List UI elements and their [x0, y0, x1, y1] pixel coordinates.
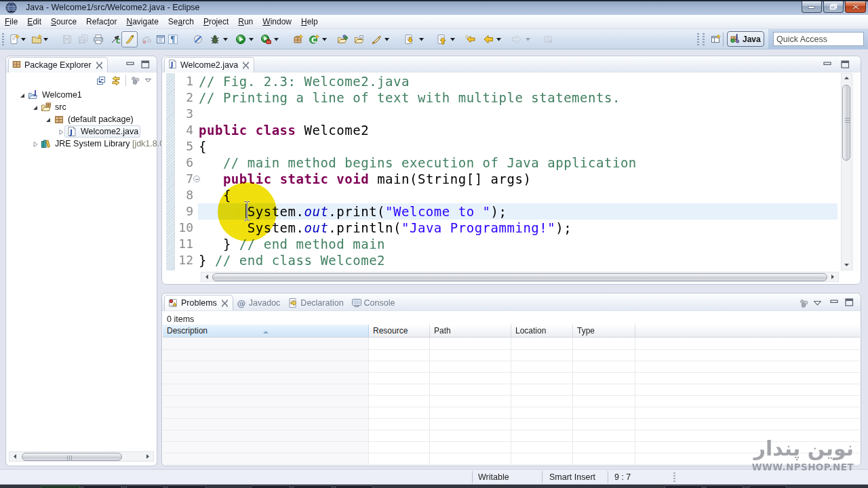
editor-tab-close-icon[interactable] — [242, 62, 250, 69]
hscroll-thumb[interactable] — [22, 453, 122, 461]
column-header-resource[interactable]: Resource — [369, 325, 430, 338]
forward-dropdown-arrow[interactable] — [525, 31, 531, 47]
collapsed-arrow-icon[interactable] — [58, 129, 64, 136]
menu-navigate[interactable]: Navigate — [121, 15, 163, 29]
run-external-dropdown-arrow[interactable] — [273, 31, 279, 47]
last-edit-location-button[interactable] — [401, 31, 416, 47]
hscroll-thumb[interactable] — [212, 273, 827, 281]
new-package-button[interactable] — [290, 31, 305, 47]
view-menu-button[interactable] — [143, 73, 153, 89]
code-line-6[interactable]: // main method begins execution of Java … — [198, 155, 837, 171]
column-header-description[interactable]: Description — [163, 325, 369, 338]
skip-breakpoints-button[interactable] — [191, 31, 205, 47]
menu-search[interactable]: Search — [163, 15, 199, 29]
format-brush-button[interactable] — [369, 31, 384, 47]
tab-problems[interactable]: Problems — [164, 295, 233, 310]
problems-view-menu-dots-icon[interactable] — [799, 298, 808, 306]
tree-item-welcome1[interactable]: JWelcome1 — [6, 89, 155, 101]
run-external-button[interactable] — [258, 31, 273, 47]
menu-run[interactable]: Run — [233, 15, 258, 29]
menu-edit[interactable]: Edit — [22, 15, 46, 29]
code-line-1[interactable]: // Fig. 2.3: Welcome2.java — [198, 73, 837, 89]
window-close-button[interactable] — [845, 1, 866, 13]
tree-item-jre-system-library[interactable]: JRE System Library [jdk1.8.0 — [6, 138, 155, 150]
code-line-9[interactable]: System.out.print("Welcome to "); — [198, 203, 837, 220]
menu-project[interactable]: Project — [199, 15, 233, 29]
last-edit-location-dropdown-arrow[interactable] — [418, 31, 425, 47]
menu-file[interactable]: File — [0, 15, 22, 29]
column-header-location[interactable]: Location — [511, 325, 573, 338]
problems-maximize-button[interactable] — [845, 298, 854, 306]
code-line-7[interactable]: public static void main(String[] args) — [198, 171, 837, 187]
vscroll-thumb[interactable] — [842, 85, 850, 161]
save-button[interactable] — [60, 31, 75, 47]
go-into-button[interactable] — [434, 31, 449, 47]
code-line-3[interactable] — [198, 106, 837, 122]
java-perspective-button[interactable]: J Java — [727, 31, 764, 47]
code-line-8[interactable]: { — [198, 187, 837, 203]
run-button[interactable] — [233, 31, 248, 47]
back-history-button[interactable] — [463, 31, 478, 47]
open-task-button[interactable] — [335, 31, 350, 47]
menu-refactor[interactable]: Refactor — [81, 15, 121, 29]
package-explorer-maximize-button[interactable] — [141, 60, 150, 68]
scroll-right-arrow[interactable] — [142, 452, 153, 461]
package-explorer-hscrollbar[interactable] — [9, 451, 154, 462]
back-dropdown-arrow[interactable] — [496, 31, 502, 47]
code-line-10[interactable]: System.out.println("Java Programming!"); — [198, 220, 837, 236]
tree-item-src[interactable]: src — [6, 101, 155, 113]
scroll-left-arrow[interactable] — [202, 272, 212, 281]
editor-minimize-button[interactable] — [823, 60, 832, 68]
editor-vscrollbar[interactable] — [841, 73, 852, 270]
debug-button[interactable] — [208, 31, 222, 47]
back-button[interactable] — [481, 31, 496, 47]
save-all-button[interactable] — [76, 31, 91, 47]
editor-hscrollbar[interactable] — [201, 272, 839, 282]
package-explorer-minimize-button[interactable] — [126, 60, 135, 68]
go-into-dropdown-arrow[interactable] — [450, 31, 456, 47]
problems-minimize-button[interactable] — [830, 298, 839, 306]
view-menu-dots-icon[interactable] — [128, 73, 143, 89]
pin-editor-button[interactable] — [540, 31, 555, 47]
new-wizard-button[interactable] — [7, 31, 22, 47]
problems-table-body[interactable] — [163, 338, 860, 465]
print-button[interactable] — [91, 31, 106, 47]
open-resource-button[interactable] — [352, 31, 367, 47]
external-tools-disabled-button[interactable] — [139, 31, 154, 47]
package-explorer-tab[interactable]: Package Explorer — [8, 57, 108, 73]
new-java-project-dropdown-arrow[interactable] — [43, 31, 49, 47]
scroll-right-arrow[interactable] — [827, 272, 837, 281]
tab-declaration[interactable]: Declaration — [285, 295, 348, 310]
link-with-editor-button[interactable] — [108, 73, 123, 89]
forward-button[interactable] — [509, 31, 524, 47]
collapsed-arrow-icon[interactable] — [32, 141, 39, 148]
editor-tab-welcome2[interactable]: J Welcome2.java — [164, 57, 254, 73]
column-header-path[interactable]: Path — [430, 325, 511, 338]
tab-console[interactable]: Console — [349, 295, 400, 310]
code-line-2[interactable]: // Printing a line of text with multiple… — [198, 89, 837, 106]
menu-source[interactable]: Source — [46, 15, 81, 29]
code-editor[interactable]: // Fig. 2.3: Welcome2.java// Printing a … — [198, 73, 837, 270]
scroll-left-arrow[interactable] — [10, 452, 20, 461]
new-class-dropdown-arrow[interactable] — [321, 31, 328, 47]
expanded-arrow-icon[interactable] — [19, 92, 26, 99]
new-wizard-dropdown-arrow[interactable] — [20, 31, 26, 47]
menu-window[interactable]: Window — [258, 15, 296, 29]
window-restore-button[interactable] — [823, 1, 844, 13]
collapse-all-button[interactable] — [94, 73, 108, 89]
code-line-4[interactable]: public class Welcome2 — [198, 122, 837, 138]
scroll-down-arrow[interactable] — [842, 261, 852, 270]
column-header-type[interactable]: Type — [573, 325, 635, 338]
editor-maximize-button[interactable] — [841, 60, 850, 68]
problems-view-menu-button[interactable] — [814, 298, 823, 306]
code-line-11[interactable]: } // end method main — [198, 236, 837, 252]
menu-help[interactable]: Help — [296, 15, 323, 29]
expanded-arrow-icon[interactable] — [32, 104, 39, 111]
tree-item-welcome2-java[interactable]: JWelcome2.java — [6, 125, 155, 138]
mark-occurrences-button[interactable] — [121, 31, 138, 47]
window-minimize-button[interactable] — [802, 1, 822, 13]
tree-item--default-package-[interactable]: (default package) — [6, 113, 155, 125]
show-whitespace-button[interactable]: ¶ — [165, 31, 180, 47]
new-java-project-button[interactable] — [29, 31, 44, 47]
scroll-up-arrow[interactable] — [842, 74, 852, 83]
